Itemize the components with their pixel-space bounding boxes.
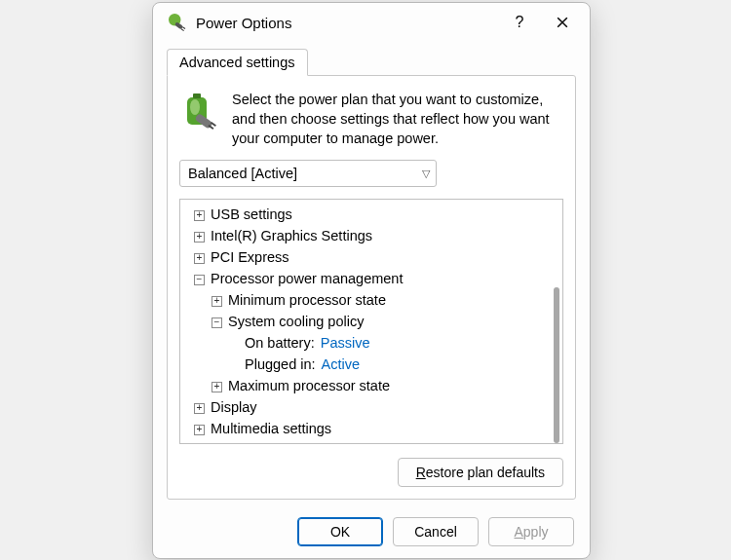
window-title: Power Options bbox=[196, 15, 498, 31]
power-plan-selected: Balanced [Active] bbox=[188, 166, 297, 181]
cancel-label: Cancel bbox=[414, 524, 457, 540]
close-button[interactable] bbox=[541, 7, 584, 38]
tree-node-battery[interactable]: +Battery bbox=[184, 439, 560, 443]
settings-tree-container: +USB settings +Intel(R) Graphics Setting… bbox=[179, 199, 563, 444]
tree-node-processor-power[interactable]: −Processor power management bbox=[184, 268, 560, 289]
tree-node-multimedia[interactable]: +Multimedia settings bbox=[184, 418, 560, 439]
chevron-down-icon: ▽ bbox=[422, 168, 430, 180]
tree-label: Processor power management bbox=[211, 271, 403, 286]
close-icon bbox=[557, 17, 568, 28]
tree-label: Intel(R) Graphics Settings bbox=[211, 228, 372, 243]
power-plug-icon bbox=[167, 12, 188, 33]
setting-value-on-battery[interactable]: Passive bbox=[321, 335, 370, 351]
svg-rect-7 bbox=[193, 93, 201, 98]
tree-leaf-cooling-plugged-in[interactable]: Plugged in: Active bbox=[184, 354, 560, 375]
dialog-footer: OK Cancel Apply bbox=[153, 509, 590, 558]
settings-tree[interactable]: +USB settings +Intel(R) Graphics Setting… bbox=[180, 200, 562, 443]
expand-icon[interactable]: + bbox=[194, 403, 205, 414]
cancel-button[interactable]: Cancel bbox=[393, 517, 479, 546]
power-options-dialog: Power Options ? Advanced settings bbox=[152, 2, 591, 559]
setting-value-plugged-in[interactable]: Active bbox=[322, 356, 361, 372]
tree-node-system-cooling-policy[interactable]: −System cooling policy bbox=[184, 311, 560, 332]
ok-button[interactable]: OK bbox=[297, 517, 383, 546]
tree-node-display[interactable]: +Display bbox=[184, 396, 560, 418]
expand-icon[interactable]: + bbox=[194, 253, 205, 264]
restore-plan-defaults-button[interactable]: Restore plan defaults bbox=[398, 458, 563, 487]
collapse-icon[interactable]: − bbox=[194, 275, 205, 285]
tree-label: Maximum processor state bbox=[228, 378, 390, 393]
tab-strip: Advanced settings bbox=[167, 46, 576, 75]
apply-button[interactable]: Apply bbox=[488, 517, 574, 546]
client-area: Advanced settings Select the power plan … bbox=[153, 42, 590, 509]
expand-icon[interactable]: + bbox=[194, 425, 205, 435]
tab-panel: Select the power plan that you want to c… bbox=[167, 75, 576, 500]
battery-plug-icon bbox=[181, 92, 220, 131]
titlebar: Power Options ? bbox=[153, 3, 590, 42]
help-button[interactable]: ? bbox=[498, 7, 541, 38]
tab-advanced-label: Advanced settings bbox=[179, 55, 295, 70]
setting-key: On battery: bbox=[245, 335, 315, 351]
expand-icon[interactable]: + bbox=[212, 296, 222, 307]
restore-label-rest: estore plan defaults bbox=[426, 465, 545, 480]
tree-node-usb[interactable]: +USB settings bbox=[184, 204, 560, 225]
tree-leaf-cooling-on-battery[interactable]: On battery: Passive bbox=[184, 332, 560, 354]
tree-label: PCI Express bbox=[211, 249, 289, 265]
tree-label: System cooling policy bbox=[228, 314, 364, 329]
tree-label: Battery bbox=[211, 442, 255, 443]
tree-label: Multimedia settings bbox=[211, 421, 331, 436]
tree-node-min-processor-state[interactable]: +Minimum processor state bbox=[184, 289, 560, 311]
svg-point-8 bbox=[190, 99, 200, 115]
tab-advanced-settings[interactable]: Advanced settings bbox=[167, 49, 308, 76]
expand-icon[interactable]: + bbox=[194, 232, 205, 243]
expand-icon[interactable]: + bbox=[194, 210, 205, 221]
tree-node-max-processor-state[interactable]: +Maximum processor state bbox=[184, 375, 560, 396]
svg-rect-3 bbox=[180, 28, 183, 31]
tree-label: USB settings bbox=[211, 206, 292, 222]
ok-label: OK bbox=[330, 524, 350, 540]
tree-label: Minimum processor state bbox=[228, 292, 386, 308]
setting-key: Plugged in: bbox=[245, 356, 316, 372]
tree-label: Display bbox=[211, 399, 257, 415]
intro-block: Select the power plan that you want to c… bbox=[179, 90, 563, 148]
defaults-row: Restore plan defaults bbox=[179, 456, 563, 487]
intro-text: Select the power plan that you want to c… bbox=[232, 90, 561, 148]
svg-rect-2 bbox=[182, 26, 185, 29]
power-plan-select[interactable]: Balanced [Active] ▽ bbox=[179, 160, 437, 187]
scrollbar-thumb[interactable] bbox=[554, 287, 559, 443]
collapse-icon[interactable]: − bbox=[212, 317, 222, 328]
tree-node-pci-express[interactable]: +PCI Express bbox=[184, 246, 560, 268]
expand-icon[interactable]: + bbox=[212, 382, 222, 392]
tree-node-intel-graphics[interactable]: +Intel(R) Graphics Settings bbox=[184, 225, 560, 246]
